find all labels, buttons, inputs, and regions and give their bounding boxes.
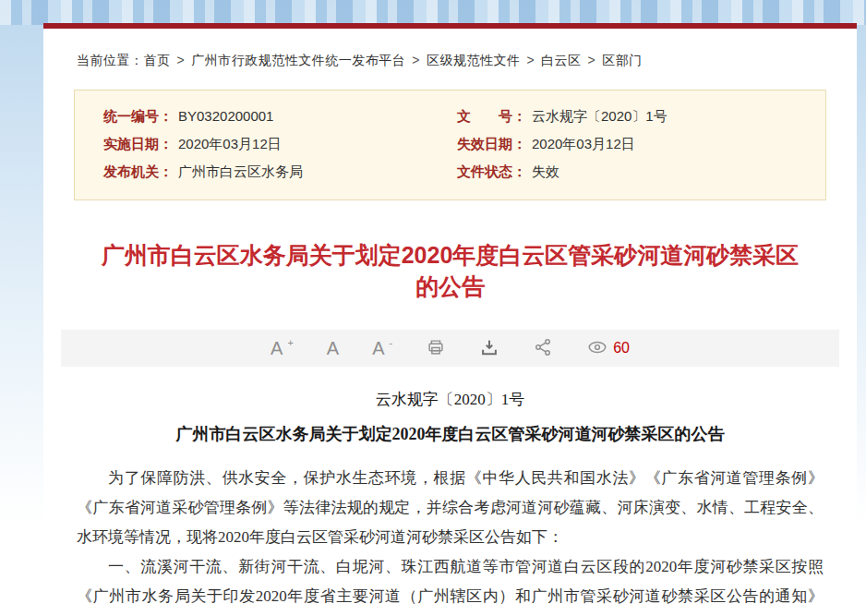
breadcrumb-item-district-files[interactable]: 区级规范性文件 xyxy=(427,53,521,67)
font-normal-button[interactable]: A xyxy=(327,339,339,357)
skyline-background xyxy=(0,0,866,25)
meta-value-issuing-agency: 广州市白云区水务局 xyxy=(178,163,303,181)
meta-row: 统一编号： BY0320200001 文 号： 云水规字〔2020〕1号 xyxy=(75,103,825,130)
font-increase-button[interactable]: A+ xyxy=(271,339,294,357)
breadcrumb-separator: > xyxy=(177,53,186,67)
breadcrumb-separator: > xyxy=(526,53,535,67)
breadcrumb-item-baiyun[interactable]: 白云区 xyxy=(541,53,582,67)
document-meta-box: 统一编号： BY0320200001 文 号： 云水规字〔2020〕1号 实施日… xyxy=(74,90,826,200)
meta-value-expiry-date: 2020年03月12日 xyxy=(532,136,635,153)
meta-label-doc-number: 文 号： xyxy=(457,108,526,126)
font-decrease-button[interactable]: A- xyxy=(372,339,392,357)
document-paragraph: 一、流溪河干流、新街河干流、白坭河、珠江西航道等市管河道白云区段的2020年度河… xyxy=(77,552,824,616)
share-icon xyxy=(533,337,553,360)
eye-icon xyxy=(586,337,608,360)
meta-value-effective-date: 2020年03月12日 xyxy=(178,136,282,153)
meta-label-file-status: 文件状态： xyxy=(457,163,526,181)
breadcrumb: 当前位置：首页>广州市行政规范性文件统一发布平台>区级规范性文件>白云区>区部门 xyxy=(77,53,857,69)
breadcrumb-label: 当前位置： xyxy=(77,53,144,67)
meta-value-file-status: 失效 xyxy=(532,163,559,181)
breadcrumb-separator: > xyxy=(412,53,420,67)
view-count: 60 xyxy=(613,341,630,356)
meta-label-effective-date: 实施日期： xyxy=(103,136,173,153)
breadcrumb-item-department[interactable]: 区部门 xyxy=(602,53,643,67)
document-title: 广州市白云区水务局关于划定2020年度白云区管采砂河道河砂禁采区的公告 xyxy=(43,423,857,445)
download-icon xyxy=(479,337,499,360)
meta-row: 发布机关： 广州市白云区水务局 文件状态： 失效 xyxy=(75,158,825,186)
document-number: 云水规字〔2020〕1号 xyxy=(43,389,857,410)
content-card: 当前位置：首页>广州市行政规范性文件统一发布平台>区级规范性文件>白云区>区部门… xyxy=(43,23,857,616)
document-paragraph: 为了保障防洪、供水安全，保护水生态环境，根据《中华人民共和国水法》《广东省河道管… xyxy=(77,464,824,552)
printer-icon xyxy=(426,337,446,360)
document-content: 云水规字〔2020〕1号 广州市白云区水务局关于划定2020年度白云区管采砂河道… xyxy=(43,389,857,616)
meta-row: 实施日期： 2020年03月12日 失效日期： 2020年03月12日 xyxy=(75,130,825,158)
view-count-button[interactable]: 60 xyxy=(586,337,630,360)
document-body: 为了保障防洪、供水安全，保护水生态环境，根据《中华人民共和国水法》《广东省河道管… xyxy=(77,464,824,616)
download-button[interactable] xyxy=(479,337,499,360)
breadcrumb-item-platform[interactable]: 广州市行政规范性文件统一发布平台 xyxy=(191,53,405,67)
share-button[interactable] xyxy=(533,337,553,360)
meta-value-doc-number: 云水规字〔2020〕1号 xyxy=(532,108,668,126)
meta-label-issuing-agency: 发布机关： xyxy=(103,163,173,181)
page-title: 广州市白云区水务局关于划定2020年度白云区管采砂河道河砂禁采区的公告 xyxy=(99,239,801,302)
breadcrumb-item-home[interactable]: 首页 xyxy=(144,53,171,67)
breadcrumb-separator: > xyxy=(588,53,596,67)
meta-label-expiry-date: 失效日期： xyxy=(457,136,526,153)
print-button[interactable] xyxy=(426,337,446,360)
document-toolbar: A+ A A- xyxy=(61,330,839,367)
meta-label-unified-number: 统一编号： xyxy=(103,108,173,126)
meta-value-unified-number: BY0320200001 xyxy=(178,108,273,124)
